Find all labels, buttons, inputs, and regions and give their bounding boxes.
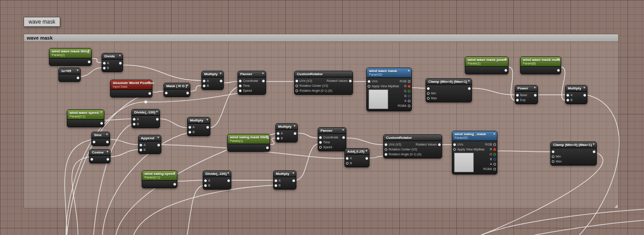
node-panner-2[interactable]: Panner▼CoordinateTimeSpeed [318,127,346,151]
collapse-down-arrow-icon[interactable]: ▼ [342,129,345,131]
collapse-down-arrow-icon[interactable]: ▼ [227,172,230,174]
node-header[interactable]: Sine▼ [92,132,110,138]
collapse-down-arrow-icon[interactable]: ▼ [583,86,586,89]
node-header[interactable]: Multiply▼ [188,118,210,124]
input-pin-a[interactable] [189,126,191,129]
output-pin-r[interactable] [493,148,496,151]
node-header[interactable]: wind wave speedParam(0.1)▼ [67,110,104,120]
input-pin-coordinate[interactable] [319,136,322,139]
node-power-1[interactable]: Power▼BaseExp [515,85,538,104]
node-divide-m100-1[interactable]: Divide(,-100)▼AB [131,109,160,128]
wire[interactable] [481,209,644,235]
output-pin-rgb[interactable] [408,80,410,83]
material-graph-canvas[interactable]: wave mask ◢ wind wave mask tilingParam(1… [0,0,644,235]
node-header[interactable]: Divide(,-100)▼ [203,171,231,177]
node-clamp-2[interactable]: Clamp (Min=0) (Max=1)▼MinMax [550,142,597,166]
node-header[interactable]: wind swing mask tilingParam(1)▼ [228,134,270,144]
node-sine-1[interactable]: Sine▼ [91,132,110,146]
node-header[interactable]: Clamp (Min=0) (Max=1)▼ [426,79,472,85]
node-header[interactable]: Clamp (Min=0) (Max=1)▼ [551,142,596,148]
node-multiply-2[interactable]: Multiply▼AB [565,85,587,104]
node-header[interactable]: Multiply▼ [566,85,587,92]
collapse-down-arrow-icon[interactable]: ▼ [76,69,79,72]
collapse-down-arrow-icon[interactable]: ▼ [533,86,536,89]
input-pin-max[interactable] [552,160,554,163]
output-pin-g[interactable] [408,90,410,93]
node-wind-wave-mask-multi[interactable]: wind wave mask multiParam(8)▼ [520,57,561,74]
node-header[interactable]: wind wave maskParam2D▲ [367,68,411,78]
output-pin-rgba[interactable] [493,168,496,170]
node-header[interactable]: Mask ( R G )▼ [164,83,190,89]
node-custom-rotator-1[interactable]: CustomRotatorUVs (V2)Rotated ValuesRotat… [294,71,353,95]
input-pin-rotation-angle-0-1-s[interactable] [295,89,298,92]
input-pin-min[interactable] [427,92,430,95]
node-header[interactable]: Divide▼ [102,53,123,60]
output-pin[interactable] [266,146,269,149]
input-pin-b[interactable] [133,123,135,126]
node-header[interactable]: wind swing speedParam(0.1)▼ [142,171,177,181]
collapse-up-arrow-icon[interactable]: ▲ [407,69,410,72]
input-pin-exp[interactable] [516,99,519,101]
collapse-down-arrow-icon[interactable]: ▼ [206,118,209,121]
node-header[interactable]: 1e+05▼ [59,68,80,74]
wire[interactable] [535,220,644,235]
collapse-up-arrow-icon[interactable]: ▲ [493,132,496,135]
collapse-down-arrow-icon[interactable]: ▼ [106,150,109,153]
output-pin-r[interactable] [408,85,410,88]
node-wind-wave-mask-power[interactable]: wind wave mask powerParam(1)▼ [465,57,509,74]
input-pin-time[interactable] [319,141,322,144]
input-pin[interactable] [552,150,554,153]
output-pin[interactable] [186,92,189,94]
input-pin-uvs[interactable] [453,143,456,146]
input-pin[interactable] [93,141,95,143]
node-multiply-4[interactable]: Multiply▼AB [275,123,298,142]
input-pin-base[interactable] [516,94,519,97]
output-pin-rotated-values[interactable] [438,143,441,146]
output-pin[interactable] [505,69,507,72]
input-pin-time[interactable] [239,85,242,87]
node-append-1[interactable]: Append▼AB [138,135,161,154]
output-pin-rgba[interactable] [408,105,410,107]
output-pin[interactable] [227,179,230,182]
collapse-down-arrow-icon[interactable]: ▼ [119,54,121,57]
collapse-down-arrow-icon[interactable]: ▼ [262,72,264,75]
node-header[interactable]: Cosine▼ [90,150,110,156]
output-pin[interactable] [262,80,265,82]
output-pin[interactable] [148,92,151,95]
collapse-down-arrow-icon[interactable]: ▼ [87,49,90,52]
input-pin-a[interactable] [275,179,277,182]
node-wind-swing-mask-tex[interactable]: wind swing _maskParam2D▲UVsRGBApply View… [452,131,497,174]
node-header[interactable]: Multiply▼ [276,124,297,130]
input-pin[interactable] [427,87,430,90]
input-pin-b[interactable] [203,85,205,87]
input-pin-b[interactable] [277,137,279,140]
input-pin-max[interactable] [427,97,430,100]
node-mask-rg[interactable]: Mask ( R G )▼ [164,83,190,97]
input-pin-a[interactable] [133,118,135,121]
output-pin[interactable] [583,94,586,97]
input-pin-speed[interactable] [239,89,242,92]
node-header[interactable]: Multiply▼ [274,171,296,177]
input-pin-speed[interactable] [319,146,322,149]
output-pin[interactable] [534,94,537,97]
output-pin-b[interactable] [493,158,496,161]
node-header[interactable]: wind wave mask multiParam(8)▼ [521,57,561,67]
node-cosine-1[interactable]: Cosine▼ [89,149,111,163]
input-pin-apply-view-mipbias[interactable] [368,85,370,88]
input-pin-a[interactable] [277,132,279,135]
output-pin[interactable] [88,61,90,63]
output-pin[interactable] [557,69,560,72]
node-wind-swing-mask-tiling[interactable]: wind swing mask tilingParam(1)▼ [227,134,270,152]
collapse-down-arrow-icon[interactable]: ▼ [557,58,559,61]
node-header[interactable]: wind swing _maskParam2D▲ [452,131,497,141]
input-pin-uvs[interactable] [368,80,370,83]
input-pin-b[interactable] [204,184,207,187]
collapse-down-arrow-icon[interactable]: ▼ [186,84,189,87]
node-wind-swing-speed[interactable]: wind swing speedParam(0.1)▼ [142,170,177,188]
output-pin[interactable] [77,77,79,79]
output-pin[interactable] [157,144,160,146]
output-pin[interactable] [206,126,209,129]
node-multiply-1[interactable]: Multiply▼AB [201,71,224,90]
input-pin-a[interactable] [204,179,207,182]
output-pin[interactable] [365,157,368,160]
